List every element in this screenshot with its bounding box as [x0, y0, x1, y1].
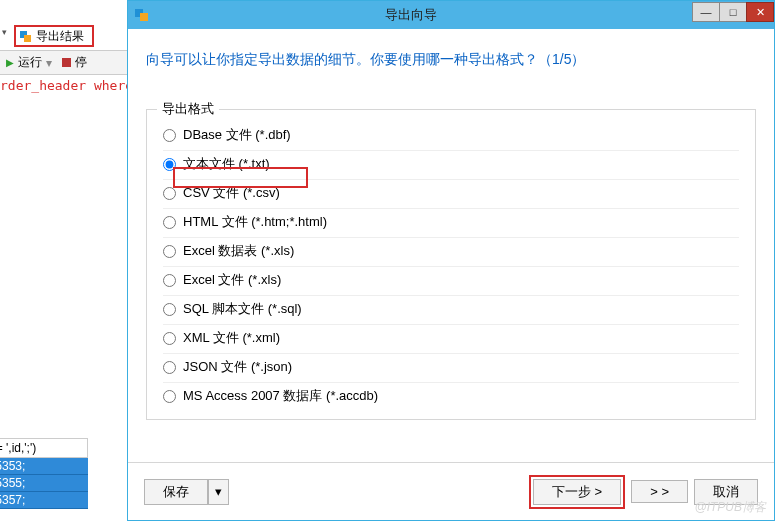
format-option[interactable]: HTML 文件 (*.htm;*.html): [163, 209, 739, 238]
format-radio[interactable]: [163, 274, 176, 287]
format-label: MS Access 2007 数据库 (*.accdb): [183, 387, 378, 405]
format-option[interactable]: SQL 脚本文件 (*.sql): [163, 296, 739, 325]
next-button[interactable]: 下一步 >: [533, 479, 621, 505]
play-icon[interactable]: ▶: [6, 57, 14, 68]
format-option[interactable]: Excel 文件 (*.xls): [163, 267, 739, 296]
run-label[interactable]: 运行: [18, 54, 42, 71]
save-dropdown-button[interactable]: ▾: [208, 479, 229, 505]
format-radio[interactable]: [163, 303, 176, 316]
minimize-button[interactable]: —: [692, 2, 720, 22]
format-option[interactable]: Excel 数据表 (*.xls): [163, 238, 739, 267]
result-grid: id = ',id,';') 535353; 535355; 535357;: [0, 438, 88, 509]
format-radio[interactable]: [163, 158, 176, 171]
result-header: id = ',id,';'): [0, 438, 88, 458]
cancel-button[interactable]: 取消: [694, 479, 758, 505]
format-label: HTML 文件 (*.htm;*.html): [183, 213, 327, 231]
format-option[interactable]: CSV 文件 (*.csv): [163, 180, 739, 209]
format-radio[interactable]: [163, 390, 176, 403]
format-radio[interactable]: [163, 361, 176, 374]
group-legend: 导出格式: [157, 100, 219, 118]
editor-toolbar: ▶ 运行 ▾ 停: [0, 50, 127, 75]
save-button[interactable]: 保存: [144, 479, 208, 505]
format-option[interactable]: 文本文件 (*.txt): [163, 151, 739, 180]
wizard-footer: 保存 ▾ 下一步 > > > 取消: [128, 462, 774, 520]
format-label: Excel 文件 (*.xls): [183, 271, 281, 289]
sql-code-fragment: rder_header where: [0, 78, 133, 93]
table-row[interactable]: 535353;: [0, 458, 88, 475]
stop-icon[interactable]: [62, 58, 71, 67]
format-radio[interactable]: [163, 187, 176, 200]
wizard-instruction: 向导可以让你指定导出数据的细节。你要使用哪一种导出格式？（1/5）: [128, 29, 774, 69]
format-option[interactable]: DBase 文件 (*.dbf): [163, 122, 739, 151]
maximize-button[interactable]: □: [719, 2, 747, 22]
table-row[interactable]: 535355;: [0, 475, 88, 492]
tab-export-result[interactable]: 导出结果: [14, 25, 94, 47]
window-title: 导出向导: [128, 6, 693, 24]
format-option[interactable]: MS Access 2007 数据库 (*.accdb): [163, 383, 739, 411]
table-row[interactable]: 535357;: [0, 492, 88, 509]
export-icon: [19, 29, 33, 43]
format-radio[interactable]: [163, 332, 176, 345]
editor-background: ▾ 导出结果 ▶ 运行 ▾ 停 rder_header where id = '…: [0, 0, 127, 521]
format-label: JSON 文件 (*.json): [183, 358, 292, 376]
highlight-box: 下一步 >: [529, 475, 625, 509]
tab-label: 导出结果: [36, 28, 84, 45]
format-radio[interactable]: [163, 129, 176, 142]
titlebar[interactable]: 导出向导 — □ ✕: [128, 1, 774, 29]
format-label: Excel 数据表 (*.xls): [183, 242, 294, 260]
format-label: XML 文件 (*.xml): [183, 329, 280, 347]
stop-label[interactable]: 停: [75, 54, 87, 71]
format-option[interactable]: XML 文件 (*.xml): [163, 325, 739, 354]
export-wizard-window: 导出向导 — □ ✕ 向导可以让你指定导出数据的细节。你要使用哪一种导出格式？（…: [127, 0, 775, 521]
close-button[interactable]: ✕: [746, 2, 774, 22]
format-label: CSV 文件 (*.csv): [183, 184, 280, 202]
format-radio[interactable]: [163, 245, 176, 258]
export-format-group: 导出格式 DBase 文件 (*.dbf)文本文件 (*.txt)CSV 文件 …: [146, 109, 756, 420]
format-label: DBase 文件 (*.dbf): [183, 126, 291, 144]
skip-button[interactable]: > >: [631, 480, 688, 503]
format-option[interactable]: JSON 文件 (*.json): [163, 354, 739, 383]
format-radio[interactable]: [163, 216, 176, 229]
format-label: SQL 脚本文件 (*.sql): [183, 300, 302, 318]
dropdown-caret-icon[interactable]: ▾: [2, 27, 7, 37]
format-label: 文本文件 (*.txt): [183, 155, 270, 173]
